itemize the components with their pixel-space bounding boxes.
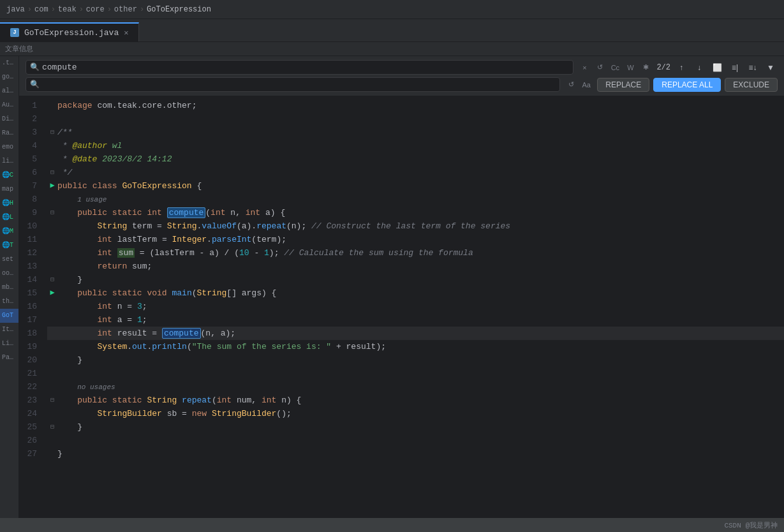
code-line-8: 1 usage <box>47 193 784 206</box>
run-icon-7[interactable]: ▶ <box>50 179 54 193</box>
sidebar-item-oomain[interactable]: oomain <box>0 267 18 281</box>
sidebar-item-park[interactable]: Park <box>0 351 18 365</box>
sidebar-item-auto[interactable]: Auto <box>0 98 18 112</box>
hint-text: 文章信息 <box>5 44 33 54</box>
filter2-button[interactable]: ▼ <box>764 61 778 75</box>
replace-icon: 🔍 <box>30 80 40 89</box>
tab-close-button[interactable]: ✕ <box>124 28 128 38</box>
fold-icon-22[interactable]: ⊟ <box>50 394 54 407</box>
breadcrumb-other[interactable]: other <box>114 5 137 14</box>
sidebar-item-allmac[interactable]: allmac <box>0 84 18 98</box>
line-numbers: 1 2 3 4 5 6 7 8 9 10 11 12 13 14 15 16 1… <box>19 96 42 518</box>
project-sidebar: .teak. gorith allmac Auto Distil Rand em… <box>0 56 19 518</box>
sidebar-item-list[interactable]: list <box>0 154 18 168</box>
toggle-view-button[interactable]: ⬜ <box>710 61 724 75</box>
sidebar-item-teak[interactable]: .teak. <box>0 56 18 70</box>
next-match-button[interactable]: ↓ <box>692 61 706 75</box>
code-line-1: package com.teak.core.other; <box>47 99 784 112</box>
sidebar-item-circle-t[interactable]: 🌐T <box>0 239 18 253</box>
code-line-4: * @author wl <box>47 139 784 152</box>
sidebar-item-circle-m[interactable]: 🌐M <box>0 225 18 239</box>
code-line-16: int n = 3; <box>47 300 784 313</box>
case-sensitive-button[interactable]: Cc <box>608 61 622 75</box>
breadcrumb-class[interactable]: GoToExpression <box>147 5 211 14</box>
sidebar-item-circle-h[interactable]: 🌐H <box>0 196 18 211</box>
code-line-17: int a = 1; <box>47 313 784 327</box>
code-line-13: return sum; <box>47 260 784 273</box>
sidebar-item-distil[interactable]: Distil <box>0 112 18 126</box>
code-line-18: int result = compute(n, a); <box>47 327 784 340</box>
watermark: CSDN @我是男神 <box>724 521 778 530</box>
search-input[interactable] <box>42 63 569 72</box>
sidebar-item-circle-l[interactable]: 🌐L <box>0 211 18 225</box>
breadcrumb-core[interactable]: core <box>86 5 105 14</box>
code-line-24: ⊟ } <box>47 420 784 434</box>
fold-icon-14[interactable]: ⊟ <box>50 273 54 286</box>
sidebar-item-ther[interactable]: ther <box>0 295 18 309</box>
sidebar-item-got[interactable]: GoT <box>0 309 18 323</box>
code-content: package com.teak.core.other; ⊟ /** * @au… <box>42 96 784 518</box>
hint-bar: 文章信息 <box>0 42 784 56</box>
fold-icon-3[interactable]: ⊟ <box>50 126 54 139</box>
search-options: × ↺ Cc W ✱ <box>577 61 653 75</box>
sidebar-item-gorith[interactable]: gorith <box>0 70 18 84</box>
code-line-2 <box>47 112 784 126</box>
run-icon-15[interactable]: ▶ <box>50 286 54 300</box>
breadcrumb-java[interactable]: java <box>6 5 25 14</box>
tab-label: GoToExpression.java <box>24 28 119 38</box>
code-line-5: * @date 2023/8/2 14:12 <box>47 152 784 166</box>
fold-icon-24[interactable]: ⊟ <box>50 420 54 434</box>
code-line-7: ▶ public class GoToExpression { <box>47 179 784 193</box>
code-line-27 <box>47 461 784 474</box>
tab-bar: J GoToExpression.java ✕ <box>0 19 784 42</box>
search-bar: 🔍 × ↺ Cc W ✱ 2/2 ↑ ↓ ⬜ ≡| ≡↓ ▼ <box>19 56 784 96</box>
refresh-search-button[interactable]: ↺ <box>593 61 607 75</box>
code-line-no-usages: no usages <box>47 380 784 394</box>
code-line-19: System.out.println("The sum of the serie… <box>47 340 784 353</box>
prev-match-button[interactable]: ↑ <box>674 61 688 75</box>
code-line-11: int lastTerm = Integer.parseInt(term); <box>47 233 784 246</box>
status-bar: CSDN @我是男神 <box>0 518 784 532</box>
regex-button[interactable]: ✱ <box>639 61 653 75</box>
code-line-26: } <box>47 447 784 461</box>
whole-word-button[interactable]: W <box>623 61 637 75</box>
filter-button[interactable]: ≡↓ <box>746 61 760 75</box>
code-line-21 <box>47 367 784 380</box>
breadcrumb: java › com › teak › core › other › GoToE… <box>0 0 784 19</box>
code-line-9: ⊟ public static int compute(int n, int a… <box>47 206 784 219</box>
sidebar-item-lista[interactable]: ListA <box>0 337 18 351</box>
replace-option-1[interactable]: ↺ <box>564 78 578 92</box>
main-area: .teak. gorith allmac Auto Distil Rand em… <box>0 56 784 518</box>
replace-input-wrap[interactable]: 🔍 <box>26 77 560 92</box>
tab-file[interactable]: J GoToExpression.java ✕ <box>0 22 139 41</box>
code-line-15: ▶ public static void main(String[] args)… <box>47 286 784 300</box>
fold-icon-9[interactable]: ⊟ <box>50 206 54 219</box>
exclude-button[interactable]: EXCLUDE <box>725 78 778 92</box>
fold-icon-6[interactable]: ⊟ <box>50 166 54 179</box>
code-line-25 <box>47 434 784 447</box>
code-editor[interactable]: 1 2 3 4 5 6 7 8 9 10 11 12 13 14 15 16 1… <box>19 96 784 518</box>
multiline-button[interactable]: ≡| <box>728 61 742 75</box>
code-line-12: int sum = (lastTerm - a) / (10 - 1); // … <box>47 246 784 260</box>
sidebar-item-emo[interactable]: emo <box>0 140 18 154</box>
breadcrumb-teak[interactable]: teak <box>58 5 77 14</box>
sidebar-item-mbda[interactable]: mbda <box>0 281 18 295</box>
breadcrumb-com[interactable]: com <box>34 5 48 14</box>
sidebar-item-map[interactable]: map <box>0 182 18 196</box>
code-line-6: ⊟ */ <box>47 166 784 179</box>
replace-option-2[interactable]: Aa <box>579 78 593 92</box>
code-line-10: String term = String.valueOf(a).repeat(n… <box>47 219 784 233</box>
replace-all-button[interactable]: REPLACE ALL <box>653 78 721 92</box>
sidebar-item-itera[interactable]: Itera <box>0 323 18 337</box>
clear-search-button[interactable]: × <box>577 61 591 75</box>
search-input-wrap[interactable]: 🔍 <box>26 60 573 75</box>
replace-options: ↺ Aa <box>564 78 593 92</box>
code-line-22: ⊟ public static String repeat(int num, i… <box>47 394 784 407</box>
code-line-20: } <box>47 353 784 367</box>
code-line-14: ⊟ } <box>47 273 784 286</box>
sidebar-item-set[interactable]: set <box>0 253 18 267</box>
sidebar-item-rand[interactable]: Rand <box>0 126 18 140</box>
replace-input[interactable] <box>42 80 556 89</box>
sidebar-item-circle-c[interactable]: 🌐C <box>0 168 18 182</box>
replace-button[interactable]: REPLACE <box>597 78 649 92</box>
